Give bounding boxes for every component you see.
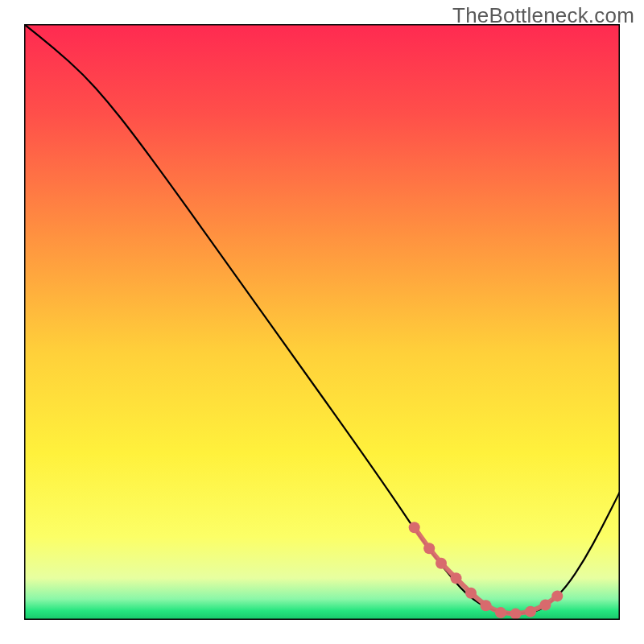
chart-frame: TheBottleneck.com [0, 0, 644, 644]
plot-area [24, 24, 620, 620]
valley-highlight-dot [510, 609, 522, 620]
valley-highlight-dot [481, 600, 492, 611]
valley-highlight-dot [436, 558, 447, 569]
valley-highlight-dot [423, 543, 435, 554]
watermark: TheBottleneck.com [452, 3, 634, 28]
valley-highlight-dot [495, 607, 506, 618]
valley-highlight-dot [551, 590, 563, 601]
valley-highlight-dot [451, 572, 462, 584]
plot-background [24, 24, 620, 620]
valley-highlight-dot [409, 522, 420, 533]
valley-highlight-dot [540, 600, 551, 611]
valley-highlight-dot [525, 606, 536, 617]
valley-highlight-dot [465, 588, 477, 599]
plot-svg [24, 24, 620, 620]
